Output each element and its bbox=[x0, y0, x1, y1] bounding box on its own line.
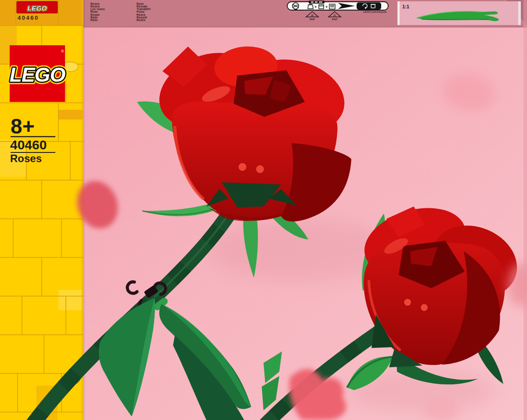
set-name: Roses bbox=[10, 152, 42, 164]
language-item: Růže bbox=[90, 18, 98, 22]
svg-text:20: 20 bbox=[311, 14, 314, 17]
side-panel: LEGO LEGO LEGO 40460 LEGO LEGO LEGO ® 8+… bbox=[0, 0, 83, 420]
svg-text:PAP: PAP bbox=[310, 18, 315, 21]
age-label: 8+ bbox=[11, 115, 35, 138]
corner-tile-number: 40460 bbox=[18, 14, 39, 21]
svg-text:PAP: PAP bbox=[332, 18, 337, 21]
plus-separator: + bbox=[325, 5, 328, 9]
svg-text:21: 21 bbox=[333, 14, 336, 17]
recycle-bin-icon bbox=[357, 3, 381, 10]
lego-roses-box-art: Roses Rosen Les roses Rose Rosas Róże Rů… bbox=[0, 0, 527, 420]
lego-stud-icon bbox=[404, 298, 411, 306]
svg-text:LEGO: LEGO bbox=[28, 4, 47, 12]
set-number: 40460 bbox=[10, 138, 47, 152]
plus-separator: + bbox=[314, 5, 317, 9]
top-band: Roses Rosen Les roses Rose Rosas Róże Rů… bbox=[83, 0, 527, 28]
box-right-edge bbox=[523, 0, 527, 420]
lego-stud-icon bbox=[238, 163, 247, 171]
scale-1to1-panel: 1:1 bbox=[397, 1, 521, 25]
box-artwork: Roses Rosen Les roses Rose Rosas Róże Rů… bbox=[0, 0, 527, 420]
scale-label: 1:1 bbox=[402, 4, 409, 9]
lego-stud-icon bbox=[256, 165, 264, 174]
lego-logo: LEGO LEGO LEGO ® bbox=[10, 45, 66, 102]
language-item: Rožės bbox=[137, 18, 146, 22]
registered-mark: ® bbox=[61, 49, 64, 54]
lego-stud-icon bbox=[420, 304, 428, 311]
svg-text:LEGO: LEGO bbox=[10, 63, 66, 86]
recycle-url: LEGO.com/recycle bbox=[363, 11, 387, 13]
